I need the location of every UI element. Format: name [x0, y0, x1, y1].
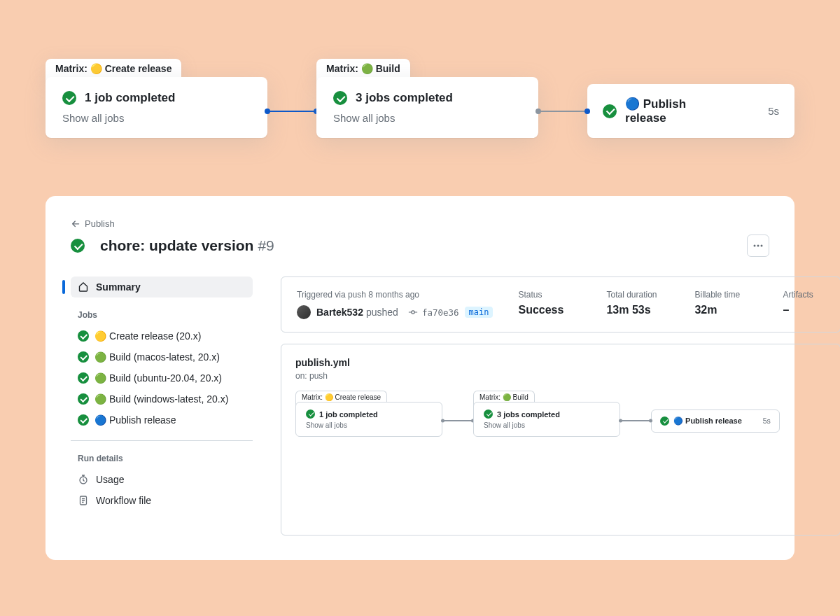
sidebar-item-usage[interactable]: Usage	[71, 469, 253, 490]
run-summary-card: Triggered via push 8 months ago Bartek53…	[281, 276, 840, 332]
node-title: 3 jobs completed	[497, 410, 560, 419]
sidebar-divider	[71, 440, 253, 441]
workflow-on: on: push	[295, 371, 826, 381]
svg-point-5	[412, 311, 414, 314]
run-panel: Publish chore: update version #9 Summary…	[46, 196, 794, 560]
show-all-jobs-link[interactable]: Show all jobs	[484, 421, 610, 429]
success-icon	[62, 91, 76, 105]
graph-edge	[267, 111, 316, 112]
sidebar-item-summary[interactable]: Summary	[71, 276, 253, 298]
success-icon	[78, 330, 89, 342]
graph-edge	[620, 420, 651, 421]
job-node-publish-release[interactable]: 🔵 Publish release 5s	[587, 84, 794, 138]
job-item-publish-release[interactable]: 🔵 Publish release	[71, 410, 253, 430]
run-name: chore: update version	[100, 237, 253, 254]
stat-duration: Total duration 13m 53s	[606, 290, 669, 319]
svg-point-2	[761, 245, 763, 247]
job-node-publish-release[interactable]: 🔵 Publish release 5s	[651, 410, 780, 433]
sidebar-item-label: Usage	[96, 474, 124, 485]
node-duration: 5s	[768, 105, 779, 117]
sidebar-item-label: Workflow file	[96, 495, 151, 506]
svg-point-1	[757, 245, 760, 247]
sidebar-item-label: 🟢 Build (macos-latest, 20.x)	[94, 351, 220, 363]
workflow-file-name: publish.yml	[295, 357, 826, 368]
success-icon	[660, 416, 669, 426]
sidebar-item-label: Summary	[96, 281, 141, 293]
node-title: 1 job completed	[319, 410, 378, 419]
actions-menu-button[interactable]	[747, 234, 769, 257]
run-main: Triggered via push 8 months ago Bartek53…	[281, 276, 840, 536]
run-details-group-label: Run details	[78, 454, 253, 463]
node-title: 3 jobs completed	[356, 91, 453, 105]
actor-avatar[interactable]	[297, 305, 311, 319]
matrix-node-build[interactable]: Matrix: 🟢 Build 3 jobs completed Show al…	[316, 77, 538, 138]
breadcrumb-label: Publish	[85, 218, 115, 229]
job-item-create-release[interactable]: 🟡 Create release (20.x)	[71, 326, 253, 346]
home-icon	[78, 281, 89, 293]
matrix-node-create-release[interactable]: Matrix: 🟡 Create release 1 job completed…	[295, 402, 442, 437]
sidebar-item-label: 🟡 Create release (20.x)	[94, 330, 201, 342]
kebab-icon	[752, 240, 764, 251]
matrix-node-build[interactable]: Matrix: 🟢 Build 3 jobs completed Show al…	[473, 402, 620, 437]
commit-icon	[408, 307, 418, 317]
workflow-graph-zoom: Matrix: 🟡 Create release 1 job completed…	[46, 77, 794, 138]
success-icon	[71, 239, 85, 253]
success-icon	[78, 393, 89, 405]
action-verb: pushed	[366, 307, 398, 318]
success-icon	[306, 410, 315, 419]
success-icon	[78, 372, 89, 384]
success-icon	[78, 414, 89, 426]
graph-edge	[538, 111, 587, 112]
success-icon	[78, 351, 89, 363]
node-title: 🔵 Publish release	[625, 97, 726, 125]
stat-artifacts: Artifacts –	[783, 290, 825, 319]
stopwatch-icon	[78, 474, 89, 485]
svg-point-0	[754, 245, 756, 247]
show-all-jobs-link[interactable]: Show all jobs	[333, 112, 522, 124]
matrix-node-create-release[interactable]: Matrix: 🟡 Create release 1 job completed…	[46, 77, 267, 138]
workflow-card: publish.yml on: push Matrix: 🟡 Create re…	[281, 344, 840, 536]
commit-sha[interactable]: fa70e36	[422, 307, 459, 318]
workflow-file-icon	[78, 495, 89, 506]
show-all-jobs-link[interactable]: Show all jobs	[306, 421, 432, 429]
job-item-build-windows[interactable]: 🟢 Build (windows-latest, 20.x)	[71, 388, 253, 410]
actor-name[interactable]: Bartek532	[316, 307, 363, 318]
stat-billable: Billable time 32m	[694, 290, 757, 319]
branch-chip[interactable]: main	[465, 307, 493, 318]
node-title: 1 job completed	[85, 91, 175, 105]
graph-edge	[442, 420, 473, 421]
show-all-jobs-link[interactable]: Show all jobs	[62, 112, 251, 124]
job-item-build-ubuntu[interactable]: 🟢 Build (ubuntu-20.04, 20.x)	[71, 368, 253, 388]
sidebar-item-label: 🟢 Build (ubuntu-20.04, 20.x)	[94, 372, 222, 384]
trigger-text: Triggered via push 8 months ago	[297, 290, 493, 300]
job-item-build-macos[interactable]: 🟢 Build (macos-latest, 20.x)	[71, 346, 253, 368]
sidebar-item-workflow-file[interactable]: Workflow file	[71, 490, 253, 511]
success-icon	[484, 410, 493, 419]
node-duration: 5s	[763, 416, 771, 425]
run-sidebar: Summary Jobs 🟡 Create release (20.x) 🟢 B…	[71, 276, 253, 536]
success-icon	[333, 91, 347, 105]
sidebar-item-label: 🟢 Build (windows-latest, 20.x)	[94, 393, 228, 405]
workflow-graph: Matrix: 🟡 Create release 1 job completed…	[295, 402, 826, 437]
sidebar-item-label: 🔵 Publish release	[94, 414, 176, 426]
node-title: 🔵 Publish release	[673, 416, 742, 426]
breadcrumb-back[interactable]: Publish	[71, 218, 115, 229]
success-icon	[603, 104, 617, 118]
run-number: #9	[258, 237, 274, 254]
run-title: chore: update version #9	[71, 237, 274, 254]
arrow-left-icon	[71, 219, 80, 229]
jobs-group-label: Jobs	[78, 310, 253, 320]
stat-status: Status Success	[518, 290, 581, 319]
